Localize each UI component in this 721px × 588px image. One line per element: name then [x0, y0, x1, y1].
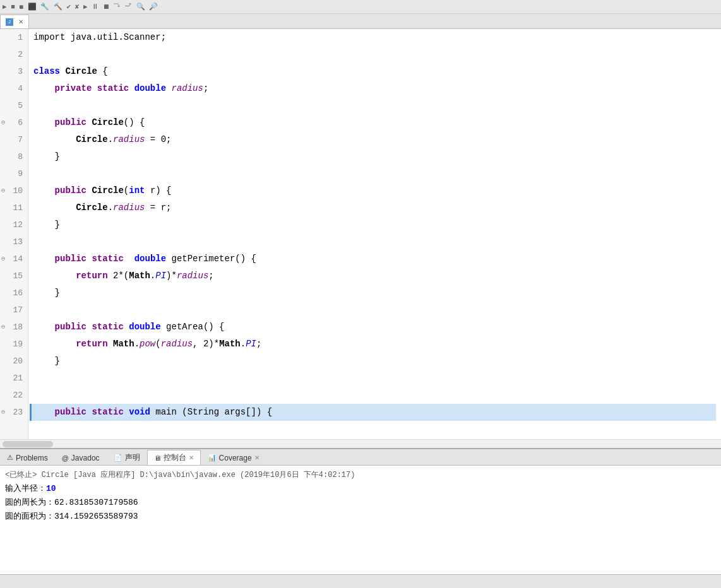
- line-number-19: 19: [3, 336, 25, 353]
- line-number-16: 16: [3, 285, 25, 302]
- code-line-19: return Math.pow(radius, 2)*Math.PI;: [33, 336, 716, 353]
- console-tab-close-icon[interactable]: ✕: [189, 454, 194, 461]
- editor-area: 12345⊖6789⊖10111213⊖14151617⊖1819202122⊖…: [0, 29, 721, 448]
- line-number-17: 17: [3, 302, 25, 319]
- collapse-marker[interactable]: ⊖: [1, 114, 5, 131]
- console-input-line: 输入半径：10: [5, 482, 716, 496]
- javadoc-tab-label: Javadoc: [71, 454, 100, 462]
- bottom-panel: ⚠Problems@Javadoc📄声明🖥控制台 ✕📊Coverage ✕ <已…: [0, 448, 721, 574]
- code-area[interactable]: import java.util.Scanner;class Circle { …: [28, 29, 721, 439]
- line-number-6: ⊖6: [3, 114, 25, 131]
- editor-tab-circle-java[interactable]: J ✕: [0, 15, 29, 28]
- line-number-2: 2: [3, 46, 25, 63]
- console-input-value: 10: [46, 482, 56, 496]
- line-number-5: 5: [3, 97, 25, 114]
- collapse-marker[interactable]: ⊖: [1, 319, 5, 336]
- bottom-tab-javadoc[interactable]: @Javadoc: [55, 450, 107, 465]
- code-line-2: [33, 46, 716, 63]
- coverage-tab-icon: 📊: [208, 454, 217, 462]
- line-number-11: 11: [3, 199, 25, 216]
- code-line-18: public static double getArea() {: [33, 319, 716, 336]
- console-tab-icon: 🖥: [154, 454, 161, 462]
- line-number-13: 13: [3, 233, 25, 250]
- console-input-label: 输入半径：: [5, 482, 46, 496]
- line-number-22: 22: [3, 387, 25, 404]
- console-tab-label: 控制台: [164, 452, 186, 463]
- code-line-11: Circle.radius = r;: [33, 199, 716, 216]
- bottom-tab-bar: ⚠Problems@Javadoc📄声明🖥控制台 ✕📊Coverage ✕: [0, 449, 721, 466]
- code-line-5: [33, 97, 716, 114]
- toolbar-icons: ▶ ■ ◼ ⬛ 🔧 🔨 ✔ ✘ ▶ ⏸ ⏹ ⤵ ⤴ 🔍 🔎: [3, 3, 158, 11]
- code-line-13: [33, 233, 716, 250]
- code-line-21: [33, 370, 716, 387]
- code-line-17: [33, 302, 716, 319]
- line-number-15: 15: [3, 268, 25, 285]
- java-file-icon: J: [6, 18, 13, 26]
- code-line-9: [33, 165, 716, 182]
- code-line-8: }: [33, 148, 716, 165]
- console-output[interactable]: <已终止> Circle [Java 应用程序] D:\java\bin\jav…: [0, 466, 721, 574]
- scrollbar-thumb[interactable]: [3, 441, 53, 447]
- line-number-8: 8: [3, 148, 25, 165]
- code-line-4: private static double radius;: [33, 80, 716, 97]
- line-number-7: 7: [3, 131, 25, 148]
- tab-close-icon[interactable]: ✕: [18, 18, 23, 25]
- line-number-3: 3: [3, 63, 25, 80]
- line-number-20: 20: [3, 353, 25, 370]
- code-line-23: public static void main (String args[]) …: [30, 404, 716, 421]
- code-line-15: return 2*(Math.PI)*radius;: [33, 268, 716, 285]
- status-bar: [0, 574, 721, 588]
- line-number-14: ⊖14: [3, 250, 25, 268]
- code-line-7: Circle.radius = 0;: [33, 131, 716, 148]
- editor-tab-bar: J ✕: [0, 14, 721, 29]
- line-number-21: 21: [3, 370, 25, 387]
- code-line-20: }: [33, 353, 716, 370]
- code-line-22: [33, 387, 716, 404]
- code-line-3: class Circle {: [33, 63, 716, 80]
- toolbar: ▶ ■ ◼ ⬛ 🔧 🔨 ✔ ✘ ▶ ⏸ ⏹ ⤵ ⤴ 🔍 🔎: [0, 0, 721, 14]
- code-line-6: public Circle() {: [33, 114, 716, 131]
- console-terminated-line: <已终止> Circle [Java 应用程序] D:\java\bin\jav…: [5, 468, 716, 482]
- coverage-tab-close-icon[interactable]: ✕: [254, 454, 259, 461]
- bottom-tab-problems[interactable]: ⚠Problems: [0, 450, 55, 465]
- horizontal-scrollbar[interactable]: [0, 439, 721, 448]
- editor-content: 12345⊖6789⊖10111213⊖14151617⊖1819202122⊖…: [0, 29, 721, 439]
- bottom-tab-console[interactable]: 🖥控制台 ✕: [147, 450, 201, 465]
- problems-tab-icon: ⚠: [7, 454, 13, 462]
- collapse-marker[interactable]: ⊖: [1, 182, 5, 199]
- line-number-1: 1: [3, 29, 25, 46]
- line-numbers: 12345⊖6789⊖10111213⊖14151617⊖1819202122⊖…: [0, 29, 28, 439]
- collapse-marker[interactable]: ⊖: [1, 404, 5, 421]
- code-line-1: import java.util.Scanner;: [33, 29, 716, 46]
- declaration-tab-icon: 📄: [114, 454, 122, 462]
- code-line-14: public static double getPerimeter() {: [33, 250, 716, 268]
- javadoc-tab-icon: @: [62, 454, 69, 462]
- line-number-18: ⊖18: [3, 319, 25, 336]
- code-line-12: }: [33, 216, 716, 233]
- line-number-12: 12: [3, 216, 25, 233]
- line-number-10: ⊖10: [3, 182, 25, 199]
- console-output-line-0: 圆的周长为：62.83185307179586: [5, 496, 716, 510]
- bottom-tab-coverage[interactable]: 📊Coverage ✕: [201, 450, 266, 465]
- code-line-10: public Circle(int r) {: [33, 182, 716, 199]
- declaration-tab-label: 声明: [125, 452, 140, 463]
- problems-tab-label: Problems: [16, 454, 48, 462]
- line-number-4: 4: [3, 80, 25, 97]
- line-number-9: 9: [3, 165, 25, 182]
- coverage-tab-label: Coverage: [219, 454, 252, 462]
- code-line-16: }: [33, 285, 716, 302]
- bottom-tab-declaration[interactable]: 📄声明: [107, 450, 147, 465]
- console-output-line-1: 圆的面积为：314.1592653589793: [5, 510, 716, 524]
- line-number-23: ⊖23: [3, 404, 25, 421]
- collapse-marker[interactable]: ⊖: [1, 250, 5, 268]
